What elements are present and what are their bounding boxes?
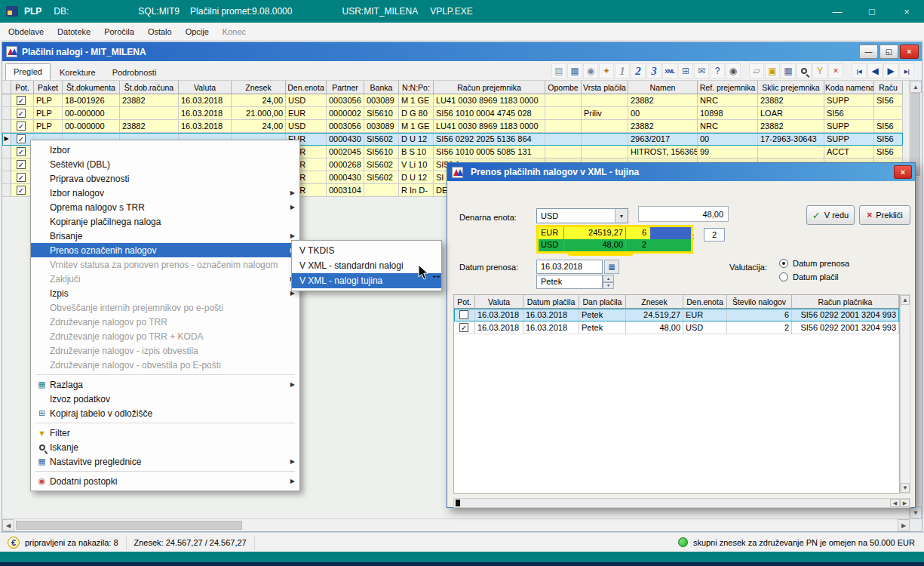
dialog-column-header-datum-pla-ila[interactable]: Datum plačila (523, 295, 579, 309)
mdi-restore-button[interactable]: ◱ (879, 45, 898, 59)
tab-pregled[interactable]: Pregled (5, 63, 51, 80)
scroll-up-icon[interactable]: ▲ (901, 295, 910, 305)
radio-icon[interactable] (779, 272, 788, 281)
menu-item-prenos-ozna-enih-nalogov[interactable]: Prenos označenih nalogov▶ (31, 243, 299, 257)
spinner-up-icon[interactable]: ▲ (603, 275, 614, 282)
column-header-sklic-prejemnika[interactable]: Sklic prejemnika (758, 81, 824, 94)
horizontal-scrollbar[interactable]: ◀ ▶ (2, 518, 922, 531)
message-icon[interactable]: ✉ (694, 63, 709, 78)
print-icon[interactable]: ▦ (781, 63, 796, 78)
column-header-den-enota[interactable]: Den.enota (286, 81, 327, 94)
radio-icon[interactable] (779, 259, 788, 268)
scroll-thumb[interactable] (456, 500, 460, 506)
row-checkbox[interactable]: ✓ (17, 160, 26, 169)
column-header-znesek[interactable]: Znesek (232, 81, 286, 94)
menu-item-izbor-nalogov[interactable]: Izbor nalogov▶ (31, 186, 299, 200)
column-header-ref-prejemnika[interactable]: Ref. prejemnika (698, 81, 758, 94)
column-header-t-dokumenta[interactable]: Št.dokumenta (63, 81, 120, 94)
menu-item-kopiraj-tabelo-v-odlo-i-e[interactable]: ⊞Kopiraj tabelo v odložišče (31, 406, 299, 420)
help-icon[interactable]: ? (710, 63, 725, 78)
zoom-icon[interactable] (797, 63, 812, 78)
menu-ostalo[interactable]: Ostalo (141, 25, 179, 38)
last-record-icon[interactable]: ▶| (899, 63, 914, 78)
dialog-column-header-tevilo-nalogov[interactable]: Število nalogov (727, 295, 792, 309)
row-checkbox[interactable]: ✓ (17, 109, 26, 118)
menu-item-oprema-nalogov-s-trr[interactable]: Oprema nalogov s TRR▶ (31, 200, 299, 214)
mdi-titlebar[interactable]: Plačilni nalogi - MIT_MILENA — ◱ × (2, 42, 922, 61)
dialog-vertical-scrollbar[interactable]: ▲ ▼ (900, 294, 910, 494)
dialog-horizontal-scrollbar[interactable]: ◀ ▶ (453, 498, 910, 508)
scroll-right-icon[interactable]: ▶ (900, 499, 910, 507)
menu-item-razlaga[interactable]: ▦Razlaga▶ (31, 377, 299, 392)
menu-item-izvoz-podatkov[interactable]: Izvoz podatkov (31, 392, 299, 406)
row-checkbox[interactable]: ✓ (17, 186, 26, 195)
dialog-column-header-znesek[interactable]: Znesek (626, 295, 683, 309)
menu-konec[interactable]: Konec (216, 25, 253, 38)
chevron-down-icon[interactable]: ▼ (615, 209, 628, 223)
view1-icon[interactable]: 1 (615, 63, 630, 78)
dialog-column-header-ra-un-pla-nika[interactable]: Račun plačnika (792, 295, 899, 309)
tab-korekture[interactable]: Korekture (52, 65, 103, 80)
view3-icon[interactable]: 3 (646, 63, 662, 78)
cancel-button[interactable]: × Prekliči (859, 205, 910, 225)
dialog-close-button[interactable]: × (894, 165, 912, 179)
scroll-right-icon[interactable]: ▶ (898, 519, 910, 531)
next-record-icon[interactable]: ▶ (883, 63, 898, 78)
table-row[interactable]: ✓PLP00-0000002388216.03.201824,00USD0003… (2, 120, 903, 133)
camera-icon[interactable]: ◉ (583, 63, 598, 78)
scroll-down-icon[interactable]: ▼ (910, 506, 922, 518)
menu-obdelave[interactable]: Obdelave (2, 25, 51, 38)
row-checkbox[interactable] (459, 310, 468, 319)
column-header-banka[interactable]: Banka (364, 81, 399, 94)
row-checkbox[interactable]: ✓ (459, 323, 468, 332)
close-button[interactable]: × (889, 0, 924, 23)
tab-podrobnosti[interactable]: Podrobnosti (105, 65, 164, 80)
view2-icon[interactable]: 2 (631, 63, 646, 78)
menu-opcije[interactable]: Opcije (179, 25, 216, 38)
report-icon[interactable]: ▤ (551, 63, 566, 78)
table-row[interactable]: ✓PLP18-0019262388216.03.201824,00USD0003… (2, 94, 903, 107)
currency-dropdown[interactable]: USD ▼ (536, 208, 628, 223)
minimize-button[interactable]: — (820, 0, 855, 23)
menu-item-priprava-obveznosti[interactable]: Priprava obveznosti (31, 171, 299, 186)
dialog-titlebar[interactable]: Prenos plačilnih nalogov v XML - tujina … (447, 163, 915, 181)
column-header-valuta[interactable]: Valuta (179, 81, 232, 94)
dialog-column-header-valuta[interactable]: Valuta (475, 295, 523, 309)
column-header-ra-un-prejemnika[interactable]: Račun prejemnika (434, 81, 545, 94)
column-header-koda-namena[interactable]: Koda namena (824, 81, 874, 94)
new-document-icon[interactable]: ▱ (749, 63, 764, 78)
currency-list-row-usd[interactable]: USD 48,00 2 (539, 239, 691, 251)
day-spinner[interactable]: ▲ ▼ (603, 275, 614, 289)
dialog-column-header-pot[interactable]: Pot. (454, 295, 475, 309)
column-header-n-n-po[interactable]: N:N:Po: (399, 81, 434, 94)
column-header-pot[interactable]: Pot. (11, 81, 34, 94)
table-row[interactable]: ✓PLP00-00000016.03.201821.000,00EUR00000… (2, 107, 903, 120)
open-folder-icon[interactable]: ▣ (765, 63, 780, 78)
radio-datum-placil[interactable]: Datum plačil (779, 272, 839, 281)
maximize-button[interactable]: □ (855, 0, 889, 23)
scroll-thumb-horizontal[interactable] (16, 521, 242, 530)
column-header-vrsta-pla-ila[interactable]: Vrsta plačila (582, 81, 628, 94)
dialog-table-row[interactable]: ✓16.03.201816.03.2018Petek48,00USD2SI56 … (454, 321, 899, 334)
printer-icon[interactable]: ▦ (567, 63, 582, 78)
mdi-minimize-button[interactable]: — (859, 45, 878, 59)
dialog-table-row[interactable]: 16.03.201816.03.2018Petek24.519,27EUR6SI… (454, 309, 899, 321)
submenu-item-v-tkdis[interactable]: V TKDIS (292, 243, 441, 258)
menu-item-nastavitve-preglednice[interactable]: ▦Nastavitve preglednice▶ (31, 454, 299, 469)
row-checkbox[interactable]: ✓ (17, 134, 26, 143)
snapshot-icon[interactable]: ◉ (726, 63, 741, 78)
menu-item-iskanje[interactable]: Iskanje (31, 440, 299, 454)
radio-datum-prenosa[interactable]: Datum prenosa (779, 259, 849, 268)
scroll-up-icon[interactable]: ▲ (910, 81, 922, 93)
dialog-column-header-den-enota[interactable]: Den.enota (683, 295, 727, 309)
row-checkbox[interactable]: ✓ (17, 147, 26, 156)
calendar-icon[interactable]: ▦ (604, 260, 619, 274)
amount-field[interactable]: 48,00 (638, 206, 729, 222)
column-header-paket[interactable]: Paket (34, 81, 63, 94)
menu-item-kopiranje-pla-ilnega-naloga[interactable]: Kopiranje plačilnega naloga (31, 214, 299, 229)
column-header-ra-u[interactable]: Raču (874, 81, 903, 94)
scroll-left-icon[interactable]: ◀ (2, 519, 14, 531)
table-icon[interactable]: ⊞ (678, 63, 693, 78)
scroll-down-icon[interactable]: ▼ (901, 483, 910, 493)
scroll-left-icon[interactable]: ◀ (890, 499, 900, 507)
